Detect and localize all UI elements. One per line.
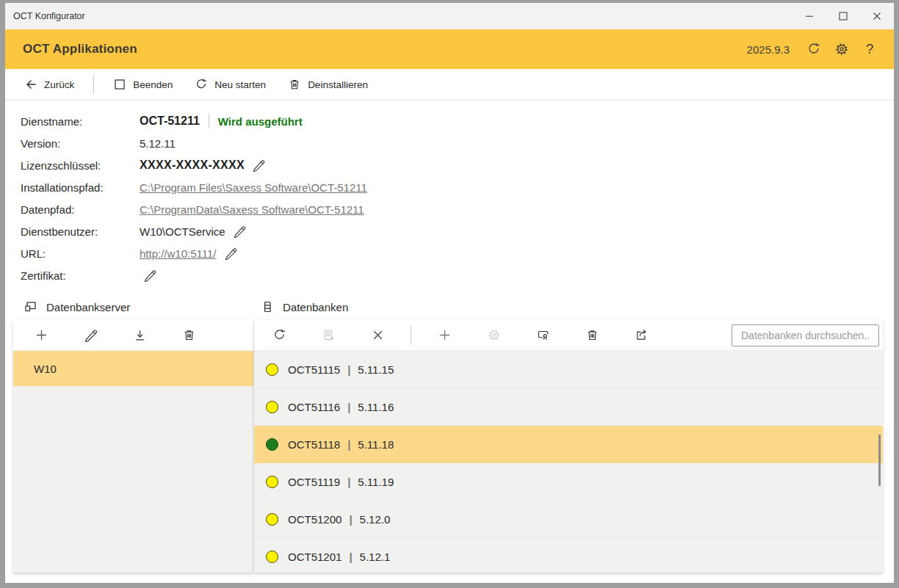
name-version-separator: | <box>347 476 350 488</box>
back-arrow-icon <box>24 78 37 91</box>
license-label: Lizenzschlüssel: <box>21 159 140 172</box>
restart-service-button[interactable]: Neu starten <box>195 78 266 91</box>
app-window: OCT Konfigurator OCT Applikationen 2025.… <box>0 0 899 588</box>
database-search-input[interactable] <box>732 324 879 346</box>
add-database-button[interactable] <box>428 322 461 349</box>
detail-row-install-path: Installationspfad: C:\Program Files\Saxe… <box>21 176 894 198</box>
edit-service-user-button[interactable] <box>233 225 246 238</box>
close-x-icon <box>371 328 385 342</box>
delete-database-button[interactable] <box>576 322 608 349</box>
name-version-separator: | <box>349 551 352 563</box>
edit-pencil-icon <box>233 225 246 238</box>
status-dot <box>266 363 278 376</box>
inspect-users-button[interactable] <box>527 322 559 349</box>
back-label: Zurück <box>44 79 74 90</box>
edit-server-button[interactable] <box>74 322 106 349</box>
database-name: OCT51118 <box>288 438 340 451</box>
refresh-button[interactable] <box>800 35 828 63</box>
settings-button[interactable] <box>828 35 856 63</box>
import-server-button[interactable] <box>123 322 156 349</box>
delete-server-button[interactable] <box>173 322 205 349</box>
server-name: W10 <box>34 363 57 375</box>
detail-row-certificate: Zertifikat: <box>21 264 894 286</box>
trash-icon <box>288 78 301 91</box>
run-script-button[interactable] <box>312 322 344 349</box>
gear-icon <box>487 328 501 342</box>
certificate-label: Zertifikat: <box>21 269 140 282</box>
database-panel-title-label: Datenbanken <box>283 301 348 313</box>
minimize-button[interactable] <box>793 3 826 29</box>
install-path-link[interactable]: C:\Program Files\Saxess Software\OCT-512… <box>140 181 367 194</box>
database-list-item[interactable]: OCT51115 | 5.11.15 <box>254 351 883 388</box>
name-version-separator: | <box>347 363 350 376</box>
data-path-label: Datenpfad: <box>21 203 140 216</box>
service-name-value: OCT-51211 <box>140 115 200 128</box>
name-version-separator: | <box>347 401 350 413</box>
database-version: 5.12.0 <box>360 513 391 526</box>
server-panel-title-label: Datenbankserver <box>46 301 130 313</box>
back-button[interactable]: Zurück <box>24 78 74 91</box>
database-settings-button[interactable] <box>477 322 510 349</box>
name-version-separator: | <box>349 513 352 526</box>
detach-database-button[interactable] <box>361 322 394 349</box>
database-list-scrollbar[interactable] <box>878 435 881 486</box>
name-version-separator: | <box>347 438 350 451</box>
service-user-label: Dienstbenutzer: <box>21 225 140 238</box>
server-icon <box>24 300 37 313</box>
close-button[interactable] <box>860 3 894 29</box>
app-version: 2025.9.3 <box>747 43 790 56</box>
close-icon <box>870 10 884 23</box>
status-dot <box>266 476 278 488</box>
help-icon: ? <box>866 41 874 57</box>
export-database-button[interactable] <box>625 322 657 349</box>
panels-area: W10 <box>5 320 894 573</box>
uninstall-label: Deinstallieren <box>308 79 368 90</box>
window-title: OCT Konfigurator <box>5 11 85 21</box>
database-toolbar <box>254 320 883 351</box>
page-title: OCT Applikationen <box>23 42 137 57</box>
restart-icon <box>195 78 208 91</box>
status-dot <box>266 551 278 563</box>
database-name: OCT51115 <box>288 363 340 376</box>
detail-row-service-name: Dienstname: OCT-51211 Wird ausgeführt <box>21 110 894 132</box>
version-label: Version: <box>21 137 140 150</box>
refresh-databases-button[interactable] <box>263 322 295 349</box>
database-list-item[interactable]: OCT51119 | 5.11.19 <box>254 463 883 501</box>
database-name: OCT51119 <box>288 476 340 488</box>
service-url-link[interactable]: http://w10:5111/ <box>140 247 217 260</box>
database-list-item[interactable]: OCT51118 | 5.11.18 <box>254 426 883 463</box>
detail-row-service-user: Dienstbenutzer: W10\OCTService <box>21 220 894 242</box>
help-button[interactable]: ? <box>856 35 884 63</box>
refresh-icon <box>806 42 821 57</box>
detail-row-data-path: Datenpfad: C:\ProgramData\Saxess Softwar… <box>21 198 894 220</box>
settings-gear-icon <box>834 42 849 57</box>
service-name-label: Dienstname: <box>21 115 140 128</box>
data-path-link[interactable]: C:\ProgramData\Saxess Software\OCT-51211 <box>140 203 364 216</box>
database-list-item[interactable]: OCT51200 | 5.12.0 <box>254 501 883 538</box>
refresh-icon <box>272 328 286 342</box>
command-bar: Zurück Beenden Neu starten Deinstalliere… <box>5 69 894 101</box>
license-value: XXXX-XXXX-XXXX <box>140 159 245 172</box>
edit-certificate-button[interactable] <box>143 269 156 282</box>
maximize-button[interactable] <box>826 3 860 29</box>
database-list-item[interactable]: OCT51201 | 5.12.1 <box>254 538 883 573</box>
app-header: OCT Applikationen 2025.9.3 ? <box>5 29 894 69</box>
stop-service-button[interactable]: Beenden <box>113 78 173 91</box>
detail-row-version: Version: 5.12.11 <box>21 132 894 154</box>
edit-url-button[interactable] <box>224 247 237 260</box>
uninstall-button[interactable]: Deinstallieren <box>288 78 368 91</box>
add-server-button[interactable] <box>25 322 57 349</box>
add-icon <box>438 328 452 342</box>
edit-license-button[interactable] <box>252 159 265 172</box>
database-list: OCT51115 | 5.11.15 OCT51116 | 5.11.16 OC… <box>254 351 883 573</box>
database-version: 5.11.18 <box>358 438 394 451</box>
status-dot <box>266 401 278 413</box>
add-icon <box>35 328 48 342</box>
server-list: W10 <box>13 351 253 386</box>
database-list-item[interactable]: OCT51116 | 5.11.16 <box>254 388 883 426</box>
database-version: 5.11.15 <box>358 363 394 376</box>
restart-label: Neu starten <box>214 79 266 90</box>
server-list-item[interactable]: W10 <box>13 351 253 386</box>
detail-row-url: URL: http://w10:5111/ <box>21 242 894 264</box>
database-toolbar-separator <box>411 326 411 345</box>
